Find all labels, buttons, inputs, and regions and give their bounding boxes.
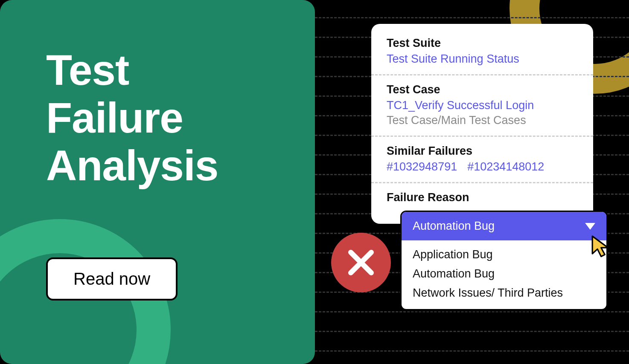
similar-failures-label: Similar Failures <box>387 144 578 158</box>
test-suite-label: Test Suite <box>387 37 578 50</box>
hero-headline: Test Failure Analysis <box>46 46 218 189</box>
similar-failures-section: Similar Failures #1032948791 #1023414801… <box>371 137 593 182</box>
failure-reason-section: Failure Reason <box>371 183 593 208</box>
similar-failures-links: #1032948791 #10234148012 <box>387 160 578 173</box>
read-now-button[interactable]: Read now <box>46 257 178 300</box>
dropdown-selected-label: Automation Bug <box>413 220 495 233</box>
pointer-cursor-icon <box>591 235 614 258</box>
dropdown-options-list: Application Bug Automation Bug Network I… <box>402 240 606 309</box>
hero-panel: Test Failure Analysis Read now <box>0 0 315 364</box>
failure-details-card: Test Suite Test Suite Running Status Tes… <box>371 24 593 224</box>
failure-reason-dropdown[interactable]: Automation Bug Application Bug Automatio… <box>400 211 608 310</box>
similar-failure-link[interactable]: #10234148012 <box>467 160 544 173</box>
decorative-dashed-line <box>315 331 629 332</box>
headline-line-3: Analysis <box>46 142 218 189</box>
decorative-dashed-line <box>315 350 629 352</box>
test-case-value[interactable]: TC1_Verify Successful Login <box>387 99 578 112</box>
similar-failure-link[interactable]: #1032948791 <box>387 160 457 173</box>
failure-reason-label: Failure Reason <box>387 191 578 204</box>
test-suite-section: Test Suite Test Suite Running Status <box>371 35 593 74</box>
dropdown-option[interactable]: Automation Bug <box>413 267 595 280</box>
x-icon <box>346 247 376 278</box>
headline-line-2: Failure <box>46 94 218 142</box>
dropdown-selected[interactable]: Automation Bug <box>402 212 606 240</box>
test-case-section: Test Case TC1_Verify Successful Login Te… <box>371 75 593 136</box>
headline-line-1: Test <box>46 46 218 94</box>
dropdown-option[interactable]: Application Bug <box>413 248 595 261</box>
test-suite-value[interactable]: Test Suite Running Status <box>387 52 578 66</box>
decorative-dashed-line <box>315 17 629 18</box>
dropdown-option[interactable]: Network Issues/ Third Parties <box>413 286 595 300</box>
test-case-label: Test Case <box>387 83 578 96</box>
decorative-dashed-line <box>315 311 629 312</box>
test-case-path: Test Case/Main Test Cases <box>387 114 578 127</box>
chevron-down-icon <box>585 223 595 230</box>
error-badge <box>331 233 391 292</box>
